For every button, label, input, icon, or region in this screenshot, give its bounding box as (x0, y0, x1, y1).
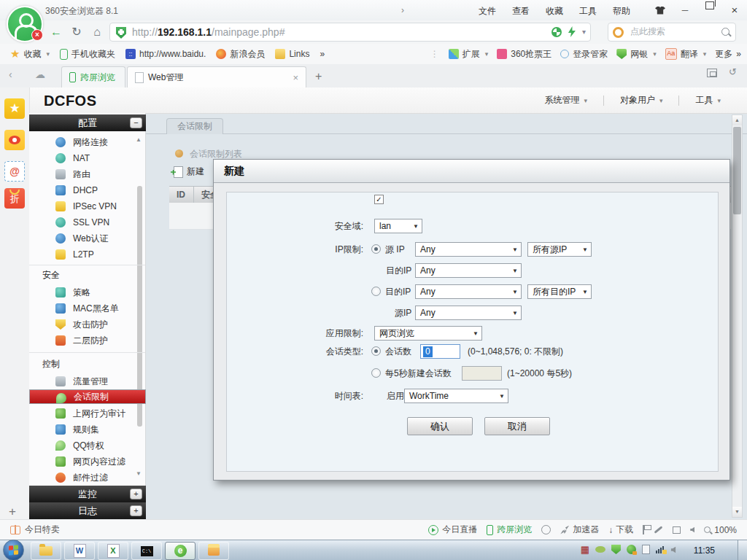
search-icon[interactable] (721, 28, 729, 36)
dock-add-icon[interactable]: + (9, 505, 16, 519)
column-id[interactable]: ID (169, 187, 194, 203)
window-mode-icon[interactable] (673, 526, 681, 534)
live-link[interactable]: 今日直播 (428, 524, 477, 536)
menu-help[interactable]: 帮助 (613, 5, 630, 18)
sidebar-item-nat[interactable]: NAT (29, 150, 146, 166)
confirm-button[interactable]: 确认 (407, 417, 473, 435)
extensions-menu[interactable]: 扩展 ▾ (449, 48, 489, 61)
tab-close-icon[interactable]: × (293, 72, 298, 83)
translate-tool[interactable]: Aa 翻译 ▾ (665, 48, 707, 61)
more-tools[interactable]: 更多 » (715, 48, 741, 61)
close-button[interactable]: × (722, 1, 747, 19)
expand-icon[interactable]: + (130, 489, 142, 499)
url-box[interactable]: http://192.168.1.1/mainpage.php# ▾ (109, 23, 591, 42)
back-icon[interactable]: ← (48, 24, 64, 40)
session-rate-input[interactable] (462, 366, 502, 381)
sidebar-item-ipsec-vpn[interactable]: IPSec VPN (29, 198, 146, 214)
tab-cross-screen[interactable]: 跨屏浏览 (61, 66, 125, 88)
scroll-up-icon[interactable]: ▲ (732, 115, 742, 125)
menu-file[interactable]: 文件 (479, 5, 496, 18)
site-shield-icon[interactable] (116, 27, 126, 39)
collapse-tabs-icon[interactable]: ‹ (9, 69, 12, 80)
sidebar-item-audit[interactable]: 上网行为审计 (29, 405, 146, 421)
minimize-button[interactable]: ─ (673, 1, 697, 19)
sidebar-item-ssl-vpn[interactable]: SSL VPN (29, 214, 146, 230)
source-ip-select[interactable]: Any ▼ (415, 242, 522, 257)
menu-view[interactable]: 查看 (512, 5, 530, 18)
taskbar-excel[interactable]: X (98, 542, 128, 560)
restore-tab-icon[interactable]: ↺ (729, 66, 737, 77)
menu-tools[interactable]: 工具 (579, 5, 597, 18)
scrollbar-thumb[interactable] (733, 127, 741, 214)
tab-web-admin[interactable]: Web管理 × (127, 66, 306, 88)
wind-icon[interactable] (541, 525, 551, 534)
speed-mode-icon[interactable] (568, 26, 576, 37)
tray-volume-icon[interactable] (671, 546, 676, 553)
section-config-header[interactable]: 配置 − (29, 114, 146, 131)
bookmarks-overflow[interactable]: » (320, 49, 325, 59)
search-engine-icon[interactable] (613, 27, 624, 38)
show-desktop-button[interactable] (738, 540, 747, 560)
cross-screen-link[interactable]: 跨屏浏览 (487, 524, 532, 536)
ebank-tool[interactable]: 网银 ▾ (616, 48, 657, 61)
accelerator-link[interactable]: 加速器 (560, 524, 599, 536)
ad-block-icon[interactable] (551, 27, 562, 37)
sidebar-item-traffic[interactable]: 流量管理 (29, 373, 146, 389)
cancel-button[interactable]: 取消 (484, 417, 550, 435)
favorites-menu[interactable]: ★ 收藏 ▾ (10, 47, 50, 61)
sidebar-item-qq[interactable]: QQ特权 (29, 438, 146, 454)
pen-icon[interactable] (654, 526, 663, 534)
flag-icon[interactable] (643, 525, 644, 534)
taskbar-cmd[interactable]: C:\ (131, 542, 162, 560)
session-count-radio[interactable] (371, 346, 381, 356)
sidebar-item-network[interactable]: 网络连接 (29, 134, 146, 150)
url-dropdown-icon[interactable]: ▾ (582, 28, 586, 36)
download-link[interactable]: ↓ 下载 (608, 524, 633, 536)
session-rate-radio[interactable] (371, 368, 381, 378)
sidebar-item-l2tp[interactable]: L2TP (29, 246, 146, 262)
all-source-ip-select[interactable]: 所有源IP ▼ (527, 242, 592, 257)
daily-deals-link[interactable]: 今日特卖 (10, 524, 60, 536)
sidebar-item-layer2-defense[interactable]: 二层防护 (29, 332, 146, 349)
sidebar-item-dhcp[interactable]: DHCP (29, 182, 146, 198)
menu-favorites[interactable]: 收藏 (546, 5, 563, 18)
tray-clipboard-icon[interactable] (642, 545, 650, 554)
taskbar-software-box[interactable] (198, 542, 229, 560)
enable-checkbox[interactable]: ✓ (374, 195, 384, 204)
cloud-sync-icon[interactable]: ☁ (35, 69, 45, 80)
sidebar-item-mail-filter[interactable]: 邮件过滤 (29, 470, 146, 486)
refresh-icon[interactable]: ↻ (69, 24, 85, 40)
bookmark-baidu[interactable]: :: http://www.baidu. (125, 49, 206, 59)
source-ip-radio[interactable] (371, 244, 381, 254)
menu-system-admin[interactable]: 系统管理▾ (528, 94, 603, 106)
all-dest-ip-select[interactable]: 所有目的IP ▼ (527, 284, 592, 299)
skin-icon[interactable] (655, 7, 665, 15)
taskbar-word[interactable]: W (64, 542, 95, 560)
speaker-icon[interactable] (690, 527, 694, 533)
sidebar-item-ruleset[interactable]: 规则集 (29, 421, 146, 438)
bookmark-sina[interactable]: 新浪会员 (216, 48, 265, 61)
sidebar-item-mac-blacklist[interactable]: MAC黑名单 (29, 300, 146, 316)
taskbar-360-browser[interactable]: e (165, 542, 196, 560)
ticket-tool[interactable]: 360抢票王 (497, 48, 551, 61)
expand-icon[interactable]: + (130, 505, 142, 516)
menu-chevron-icon[interactable]: › (401, 5, 404, 15)
sidebar-item-web-filter[interactable]: 网页内容过滤 (29, 454, 146, 470)
session-count-input[interactable]: 0 (420, 344, 460, 359)
start-button[interactable] (3, 540, 24, 560)
zoom-control[interactable]: 100% (704, 525, 737, 535)
sidebar-item-route[interactable]: 路由 (29, 166, 146, 182)
bookmark-links-folder[interactable]: Links (275, 49, 309, 59)
maximize-button[interactable] (697, 1, 722, 19)
search-input[interactable] (629, 26, 712, 37)
tray-media-icon[interactable]: ▦ (581, 545, 589, 554)
zone-select[interactable]: lan ▼ (374, 219, 422, 233)
dest-ip-select[interactable]: Any ▼ (415, 263, 522, 278)
section-monitor-header[interactable]: 监控 + (29, 486, 146, 502)
dialog-titlebar[interactable]: 新建 (214, 160, 729, 183)
bookmark-mobile-favorites[interactable]: 手机收藏夹 (60, 48, 115, 61)
dest-ip2-select[interactable]: Any ▼ (415, 284, 522, 299)
taskbar-explorer[interactable] (31, 542, 61, 560)
recently-closed-icon[interactable] (707, 69, 717, 77)
menu-tools[interactable]: 工具▾ (679, 94, 737, 106)
